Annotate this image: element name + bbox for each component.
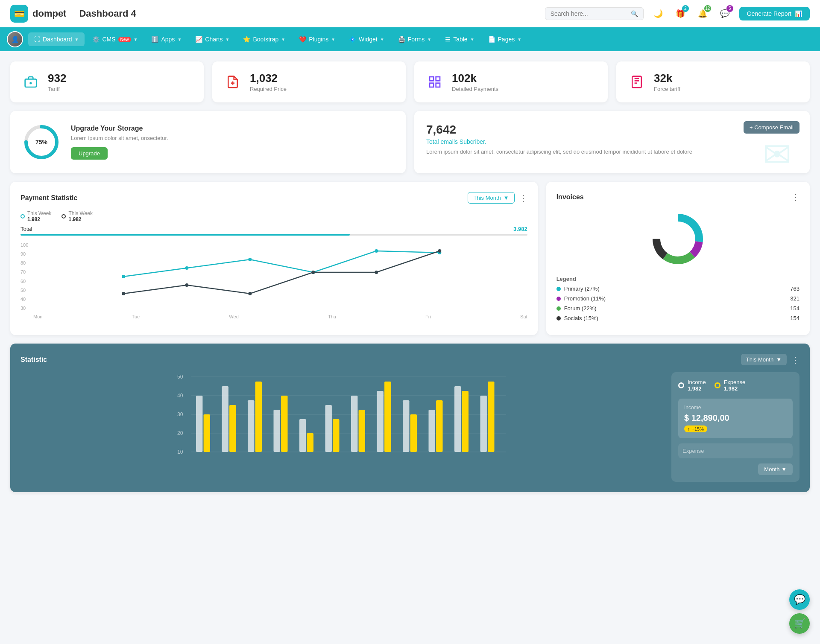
bell-icon-btn[interactable]: 🔔12 [695, 6, 710, 21]
svg-rect-53 [248, 400, 254, 452]
required-price-value: 1,032 [250, 72, 287, 85]
statistic-bar-chart: 50 40 30 20 10 [20, 372, 663, 466]
chevron-down-icon-forms: ▼ [427, 37, 431, 42]
statistic-more-button[interactable]: ⋮ [791, 355, 800, 365]
table-icon: ☰ [445, 36, 451, 43]
compose-email-button[interactable]: + Compose Email [744, 121, 800, 134]
chevron-down-icon-bootstrap: ▼ [281, 37, 285, 42]
gear-icon: ⚙️ [92, 36, 100, 43]
generate-report-label: Generate Report [747, 10, 791, 17]
legend-title: Legend [556, 276, 800, 282]
stat-card-detailed-payments: 102k Detailed Payments [414, 61, 608, 102]
storage-donut: 75% [22, 123, 61, 161]
expense-detail-box: Expense [678, 443, 793, 458]
payment-card-header: Payment Statistic This Month ▼ ⋮ [20, 192, 527, 204]
gift-icon-btn[interactable]: 🎁2 [673, 6, 688, 21]
generate-report-button[interactable]: Generate Report 📊 [739, 7, 810, 20]
income-legend-row: Income 1.982 Expense 1.982 [678, 379, 793, 392]
svg-text:50: 50 [177, 374, 183, 380]
statistic-filter-button[interactable]: This Month ▼ [741, 354, 787, 365]
svg-rect-6 [436, 77, 440, 81]
bell-badge: 12 [704, 5, 711, 12]
nav-item-apps[interactable]: ℹ️ Apps ▼ [145, 32, 187, 46]
upgrade-button[interactable]: Upgrade [71, 147, 108, 160]
chat-icon-btn[interactable]: 💬5 [717, 6, 732, 21]
upgrade-card: 75% Upgrade Your Storage Lorem ipsum dol… [10, 111, 406, 173]
svg-rect-60 [333, 419, 339, 452]
bar-chart-svg: 50 40 30 20 10 [20, 372, 663, 466]
svg-rect-69 [454, 386, 461, 452]
svg-rect-49 [196, 396, 202, 452]
svg-rect-68 [436, 400, 442, 452]
force-tariff-icon [627, 72, 647, 92]
expense-circle [715, 382, 720, 388]
svg-point-27 [375, 249, 378, 253]
month-label: Month [764, 466, 779, 472]
svg-rect-66 [410, 414, 417, 452]
income-detail-box: Income $ 12,890,00 ↑ +15% [678, 399, 793, 438]
total-value: 3.982 [513, 226, 527, 232]
legend-dot-dark [62, 214, 66, 219]
statistic-section: Statistic This Month ▼ ⋮ 50 40 30 20 10 [10, 344, 810, 492]
svg-rect-67 [429, 410, 435, 452]
dashboard-icon: ⛶️ [34, 36, 40, 43]
chevron-down-icon-month: ▼ [781, 466, 787, 472]
brand-name: dompet [32, 8, 66, 19]
inv-dot-dark [556, 316, 561, 321]
detailed-payments-icon [425, 72, 445, 92]
required-price-label: Required Price [250, 86, 287, 92]
nav-item-forms[interactable]: 🖨️ Forms ▼ [392, 32, 438, 46]
plugins-icon: ❤️ [299, 36, 306, 43]
chevron-down-icon-plugins: ▼ [331, 37, 335, 42]
chat-badge: 5 [726, 5, 733, 12]
svg-text:20: 20 [177, 430, 183, 436]
email-card: + Compose Email 7,642 Total emails Subcr… [414, 111, 810, 173]
nav-item-pages[interactable]: 📄 Pages ▼ [482, 32, 528, 46]
search-box[interactable]: 🔍 [545, 7, 644, 20]
payment-legend-row: This Week 1.982 This Week 1.982 [20, 210, 527, 222]
statistic-header: Statistic This Month ▼ ⋮ [20, 354, 800, 365]
middle-row: 75% Upgrade Your Storage Lorem ipsum dol… [10, 111, 810, 173]
nav-item-widget[interactable]: 💠 Widget ▼ [343, 32, 390, 46]
nav-item-dashboard[interactable]: ⛶️ Dashboard ▼ [28, 32, 85, 46]
nav-item-table[interactable]: ☰ Table ▼ [439, 32, 480, 46]
payment-title: Payment Statistic [20, 194, 77, 202]
svg-rect-70 [462, 391, 469, 452]
header-right: 🔍 🌙 🎁2 🔔12 💬5 Generate Report 📊 [545, 6, 810, 21]
month-button[interactable]: Month ▼ [758, 463, 793, 475]
email-description: Lorem ipsum dolor sit amet, consectetur … [426, 149, 798, 155]
up-arrow-icon: ↑ [688, 426, 690, 431]
search-icon[interactable]: 🔍 [631, 10, 638, 17]
legend-item-1: This Week 1.982 [62, 210, 92, 222]
statistic-filter-label: This Month [746, 356, 773, 363]
cms-new-badge: New [118, 37, 131, 42]
invoices-more-button[interactable]: ⋮ [791, 192, 800, 202]
svg-rect-62 [359, 410, 365, 452]
svg-rect-50 [204, 414, 210, 452]
expense-legend-value: 1.982 [724, 385, 746, 392]
tariff-value: 932 [48, 72, 66, 85]
invoices-donut [556, 209, 800, 269]
payment-filter-button[interactable]: This Month ▼ [468, 192, 514, 204]
payment-more-button[interactable]: ⋮ [519, 193, 527, 203]
theme-toggle-btn[interactable]: 🌙 [650, 6, 666, 21]
legend-dot-teal [20, 214, 25, 219]
svg-rect-61 [351, 396, 357, 452]
nav-item-plugins[interactable]: ❤️ Plugins ▼ [293, 32, 341, 46]
top-header: 💳 dompet Dashboard 4 🔍 🌙 🎁2 🔔12 💬5 Gener… [0, 0, 820, 27]
stat-card-required-price: 1,032 Required Price [212, 61, 406, 102]
invoice-legend: Legend Primary (27%) 763 Promotion (11%)… [556, 276, 800, 321]
nav-item-cms[interactable]: ⚙️ CMS New ▼ [86, 32, 144, 46]
svg-point-29 [122, 292, 125, 295]
payment-chart: 30 40 50 60 70 80 90 100 [20, 242, 527, 319]
nav-item-bootstrap[interactable]: ⭐ Bootstrap ▼ [237, 32, 291, 46]
invoice-item-promotion: Promotion (11%) 321 [556, 295, 800, 302]
charts-icon: 📈 [195, 36, 202, 43]
payment-filter-label: This Month [473, 195, 501, 201]
force-tariff-value: 32k [654, 72, 680, 85]
required-price-icon [223, 72, 243, 92]
svg-rect-72 [488, 382, 494, 452]
search-input[interactable] [551, 10, 627, 17]
svg-point-25 [248, 258, 252, 261]
nav-item-charts[interactable]: 📈 Charts ▼ [189, 32, 235, 46]
